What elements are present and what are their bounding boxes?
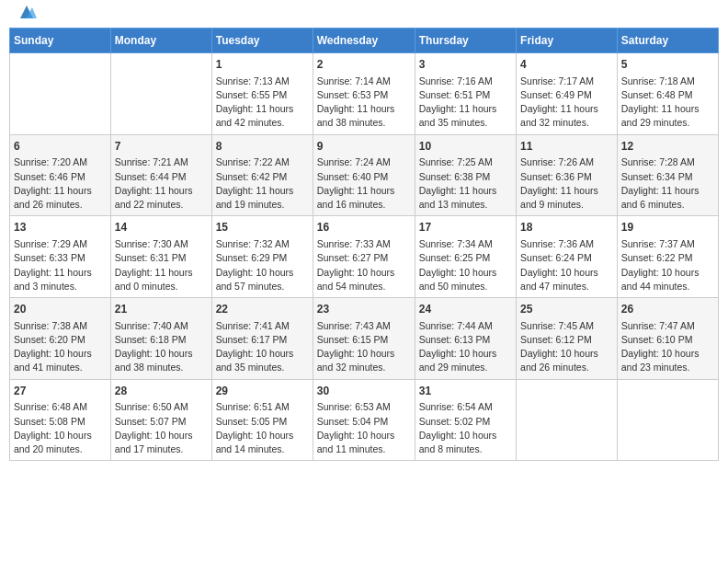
cell-line: Sunset: 6:17 PM — [216, 333, 309, 347]
cell-line: Sunset: 6:13 PM — [419, 333, 512, 347]
cell-line: Sunrise: 7:29 AM — [14, 237, 107, 251]
cell-line: Daylight: 10 hours and 35 minutes. — [216, 347, 309, 374]
cell-line: Daylight: 11 hours and 35 minutes. — [419, 102, 512, 130]
calendar-cell: 22Sunrise: 7:41 AMSunset: 6:17 PMDayligh… — [211, 298, 313, 380]
cell-line: Sunset: 5:05 PM — [216, 415, 309, 429]
cell-content: Sunrise: 7:38 AMSunset: 6:20 PMDaylight:… — [14, 319, 107, 375]
cell-line: Sunset: 6:42 PM — [216, 170, 309, 184]
cell-line: Daylight: 11 hours and 29 minutes. — [621, 102, 714, 130]
cell-line: Daylight: 10 hours and 47 minutes. — [520, 266, 613, 293]
calendar-cell: 1Sunrise: 7:13 AMSunset: 6:55 PMDaylight… — [211, 53, 313, 135]
cell-line: Sunset: 6:18 PM — [115, 333, 208, 347]
cell-line: Sunrise: 7:45 AM — [520, 319, 613, 333]
calendar-cell: 23Sunrise: 7:43 AMSunset: 6:15 PMDayligh… — [313, 298, 415, 380]
cell-line: Daylight: 11 hours and 3 minutes. — [14, 266, 107, 293]
cell-line: Sunset: 6:24 PM — [520, 251, 613, 265]
cell-line: Daylight: 10 hours and 8 minutes. — [419, 429, 512, 456]
cell-line: Daylight: 11 hours and 6 minutes. — [621, 184, 714, 212]
cell-content: Sunrise: 7:30 AMSunset: 6:31 PMDaylight:… — [115, 237, 208, 293]
day-number: 21 — [115, 302, 208, 317]
calendar-cell: 26Sunrise: 7:47 AMSunset: 6:10 PMDayligh… — [617, 298, 718, 380]
calendar-cell: 15Sunrise: 7:32 AMSunset: 6:29 PMDayligh… — [211, 216, 313, 298]
cell-line: Sunset: 6:48 PM — [621, 88, 714, 102]
calendar-week-row: 1Sunrise: 7:13 AMSunset: 6:55 PMDaylight… — [10, 53, 719, 135]
cell-line: Daylight: 10 hours and 54 minutes. — [317, 266, 411, 293]
day-number: 18 — [520, 220, 613, 236]
cell-content: Sunrise: 6:54 AMSunset: 5:02 PMDaylight:… — [419, 400, 512, 456]
cell-line: Daylight: 11 hours and 22 minutes. — [115, 184, 208, 212]
cell-line: Sunrise: 6:54 AM — [419, 400, 512, 414]
cell-content: Sunrise: 7:41 AMSunset: 6:17 PMDaylight:… — [216, 319, 309, 375]
col-header-sunday: Sunday — [10, 29, 111, 53]
day-number: 24 — [419, 302, 512, 317]
cell-line: Sunset: 6:12 PM — [520, 333, 613, 347]
cell-line: Daylight: 10 hours and 29 minutes. — [419, 347, 512, 374]
cell-content: Sunrise: 7:47 AMSunset: 6:10 PMDaylight:… — [621, 319, 714, 375]
cell-line: Sunset: 6:33 PM — [14, 251, 107, 265]
cell-line: Daylight: 11 hours and 42 minutes. — [216, 102, 309, 130]
cell-line: Sunset: 6:10 PM — [621, 333, 714, 347]
day-number: 12 — [621, 139, 714, 155]
cell-line: Sunrise: 7:41 AM — [216, 319, 309, 333]
cell-line: Sunset: 5:02 PM — [419, 415, 512, 429]
cell-line: Daylight: 11 hours and 13 minutes. — [419, 184, 512, 212]
calendar-cell: 11Sunrise: 7:26 AMSunset: 6:36 PMDayligh… — [517, 134, 618, 216]
calendar-cell — [617, 379, 718, 461]
calendar-cell: 17Sunrise: 7:34 AMSunset: 6:25 PMDayligh… — [415, 216, 516, 298]
calendar-cell: 3Sunrise: 7:16 AMSunset: 6:51 PMDaylight… — [415, 53, 516, 135]
calendar-cell: 30Sunrise: 6:53 AMSunset: 5:04 PMDayligh… — [313, 379, 415, 461]
cell-content: Sunrise: 7:43 AMSunset: 6:15 PMDaylight:… — [317, 319, 411, 375]
cell-line: Daylight: 11 hours and 0 minutes. — [115, 266, 208, 293]
calendar-cell: 29Sunrise: 6:51 AMSunset: 5:05 PMDayligh… — [211, 379, 313, 461]
calendar-cell: 25Sunrise: 7:45 AMSunset: 6:12 PMDayligh… — [517, 298, 618, 380]
day-number: 19 — [621, 220, 714, 236]
day-number: 28 — [115, 384, 208, 399]
day-number: 6 — [14, 139, 107, 155]
cell-line: Daylight: 11 hours and 38 minutes. — [317, 102, 411, 130]
cell-line: Daylight: 10 hours and 41 minutes. — [14, 347, 107, 374]
page-header — [9, 9, 719, 22]
cell-content: Sunrise: 7:44 AMSunset: 6:13 PMDaylight:… — [419, 319, 512, 375]
calendar-week-row: 6Sunrise: 7:20 AMSunset: 6:46 PMDaylight… — [10, 134, 719, 216]
cell-line: Sunset: 6:53 PM — [317, 88, 411, 102]
col-header-thursday: Thursday — [415, 29, 516, 53]
calendar-cell: 7Sunrise: 7:21 AMSunset: 6:44 PMDaylight… — [110, 134, 211, 216]
day-number: 5 — [621, 57, 714, 73]
day-number: 7 — [115, 139, 208, 155]
cell-content: Sunrise: 7:25 AMSunset: 6:38 PMDaylight:… — [419, 155, 512, 212]
calendar-cell: 31Sunrise: 6:54 AMSunset: 5:02 PMDayligh… — [415, 379, 516, 461]
day-number: 25 — [520, 302, 613, 317]
cell-content: Sunrise: 7:14 AMSunset: 6:53 PMDaylight:… — [317, 75, 411, 131]
cell-content: Sunrise: 7:33 AMSunset: 6:27 PMDaylight:… — [317, 237, 411, 293]
calendar-cell: 8Sunrise: 7:22 AMSunset: 6:42 PMDaylight… — [211, 134, 313, 216]
day-number: 13 — [14, 220, 107, 236]
calendar-cell: 16Sunrise: 7:33 AMSunset: 6:27 PMDayligh… — [313, 216, 415, 298]
logo-icon — [17, 2, 37, 22]
cell-line: Sunrise: 6:51 AM — [216, 400, 309, 414]
cell-line: Sunrise: 7:17 AM — [520, 75, 613, 88]
cell-line: Sunset: 6:31 PM — [115, 251, 208, 265]
cell-content: Sunrise: 7:29 AMSunset: 6:33 PMDaylight:… — [14, 237, 107, 293]
cell-line: Daylight: 11 hours and 32 minutes. — [520, 102, 613, 130]
day-number: 1 — [216, 57, 309, 73]
day-number: 4 — [520, 57, 613, 73]
calendar-week-row: 13Sunrise: 7:29 AMSunset: 6:33 PMDayligh… — [10, 216, 719, 298]
cell-line: Sunset: 6:29 PM — [216, 251, 309, 265]
cell-line: Daylight: 10 hours and 44 minutes. — [621, 266, 714, 293]
cell-content: Sunrise: 7:28 AMSunset: 6:34 PMDaylight:… — [621, 155, 714, 212]
calendar-week-row: 20Sunrise: 7:38 AMSunset: 6:20 PMDayligh… — [10, 298, 719, 380]
cell-line: Sunrise: 7:21 AM — [115, 155, 208, 169]
cell-line: Sunrise: 7:16 AM — [419, 75, 512, 88]
cell-line: Sunset: 6:22 PM — [621, 251, 714, 265]
day-number: 30 — [317, 384, 411, 399]
cell-content: Sunrise: 7:18 AMSunset: 6:48 PMDaylight:… — [621, 75, 714, 131]
cell-content: Sunrise: 7:22 AMSunset: 6:42 PMDaylight:… — [216, 155, 309, 212]
col-header-saturday: Saturday — [617, 29, 718, 53]
cell-line: Sunset: 5:04 PM — [317, 415, 411, 429]
calendar-cell: 18Sunrise: 7:36 AMSunset: 6:24 PMDayligh… — [517, 216, 618, 298]
cell-line: Sunrise: 7:47 AM — [621, 319, 714, 333]
calendar-cell: 14Sunrise: 7:30 AMSunset: 6:31 PMDayligh… — [110, 216, 211, 298]
cell-content: Sunrise: 7:34 AMSunset: 6:25 PMDaylight:… — [419, 237, 512, 293]
cell-line: Daylight: 10 hours and 57 minutes. — [216, 266, 309, 293]
cell-line: Sunrise: 7:44 AM — [419, 319, 512, 333]
